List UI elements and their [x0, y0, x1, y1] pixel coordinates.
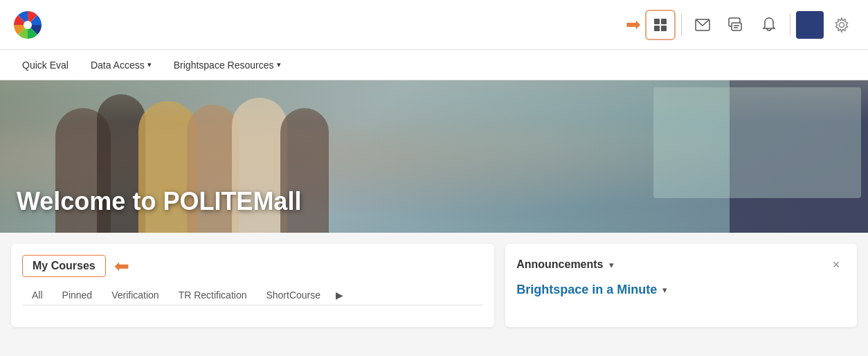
svg-point-11	[840, 22, 844, 27]
announcement-item-caret[interactable]: ▾	[662, 285, 667, 295]
my-courses-panel: My Courses ⬅ All Pinned Verification TR …	[11, 244, 494, 327]
announcements-title-row: Announcements ▾	[516, 258, 613, 271]
svg-rect-3	[654, 26, 660, 31]
gear-icon	[833, 17, 850, 33]
data-access-nav[interactable]: Data Access ▾	[80, 50, 163, 80]
my-courses-title: My Courses	[22, 255, 106, 277]
announcements-close-button[interactable]: ×	[826, 255, 846, 274]
data-access-caret: ▾	[147, 60, 152, 69]
logo-icon	[11, 8, 44, 42]
tab-verification[interactable]: Verification	[102, 285, 168, 305]
announcements-caret[interactable]: ▾	[609, 260, 614, 270]
announcements-header: Announcements ▾ ×	[516, 255, 846, 274]
secondary-navbar: Quick Eval Data Access ▾ Brightspace Res…	[0, 50, 868, 80]
tab-more-button[interactable]: ▶	[330, 285, 349, 305]
grid-arrow-indicator: ➡	[626, 14, 641, 35]
my-courses-arrow-indicator: ⬅	[114, 256, 129, 277]
chat-icon	[728, 17, 743, 33]
announcements-title: Announcements	[516, 258, 603, 271]
quick-eval-nav[interactable]: Quick Eval	[11, 50, 80, 80]
tab-tr-rectification[interactable]: TR Rectification	[169, 285, 257, 305]
svg-rect-4	[661, 26, 667, 31]
tab-short-course[interactable]: ShortCourse	[256, 285, 330, 305]
logo-area	[11, 8, 44, 42]
bell-icon	[762, 17, 776, 33]
mail-icon	[695, 19, 710, 31]
separator-2	[790, 14, 790, 36]
bell-button[interactable]	[754, 10, 784, 40]
announcements-panel: Announcements ▾ × Brightspace in a Minut…	[505, 244, 857, 327]
svg-point-0	[24, 21, 32, 29]
brightspace-resources-nav[interactable]: Brightspace Resources ▾	[163, 50, 292, 80]
tab-pinned[interactable]: Pinned	[53, 285, 102, 305]
grid-button[interactable]	[645, 10, 676, 40]
top-navbar: ➡	[0, 0, 868, 50]
bottom-section: My Courses ⬅ All Pinned Verification TR …	[0, 233, 868, 338]
settings-button[interactable]	[826, 10, 857, 40]
my-courses-header: My Courses ⬅	[22, 255, 483, 277]
courses-tabs: All Pinned Verification TR Rectification…	[22, 285, 483, 305]
hero-title: Welcome to POLITEMall	[0, 187, 318, 233]
grid-icon	[653, 17, 668, 33]
svg-rect-7	[732, 23, 741, 30]
mail-button[interactable]	[687, 10, 718, 40]
chat-button[interactable]	[721, 10, 751, 40]
nav-icons-area: ➡	[626, 10, 857, 40]
announcement-link[interactable]: Brightspace in a Minute	[516, 283, 657, 297]
hero-banner: Welcome to POLITEMall	[0, 80, 868, 233]
user-avatar[interactable]	[796, 11, 824, 39]
svg-rect-1	[654, 19, 660, 24]
svg-rect-2	[661, 19, 667, 24]
separator-1	[681, 14, 682, 36]
announcement-item: Brightspace in a Minute ▾	[516, 283, 846, 297]
tab-all[interactable]: All	[22, 285, 53, 305]
brightspace-resources-caret: ▾	[277, 60, 281, 69]
